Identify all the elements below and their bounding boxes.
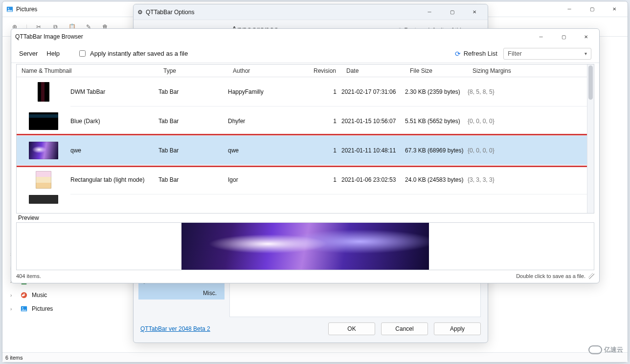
close-button[interactable]: ✕: [603, 1, 626, 17]
date-cell: 2021-01-11 10:48:11: [341, 147, 405, 154]
col-author[interactable]: Author: [228, 67, 306, 74]
revision-cell: 1: [306, 176, 341, 183]
minimize-button[interactable]: ─: [558, 1, 581, 17]
thumbnail-cell: [17, 112, 70, 130]
thumbnail-cell: [17, 171, 70, 189]
chevron-right-icon: ›: [10, 306, 12, 312]
table-row[interactable]: DWM TabBarTab BarHappyFamilly12021-02-17…: [17, 77, 594, 107]
table-row[interactable]: qweTab Barqwe12021-01-11 10:48:1167.3 KB…: [17, 136, 594, 165]
menu-server[interactable]: Server: [19, 50, 38, 57]
filter-dropdown[interactable]: Filter ▾: [503, 48, 591, 60]
svg-point-7: [22, 307, 23, 308]
preview-image: [181, 223, 429, 270]
pictures-icon: [20, 305, 28, 313]
explorer-title-text: Pictures: [16, 6, 37, 13]
options-titlebar: ⚙ QTTabBar Options ─ ▢ ✕: [134, 4, 488, 20]
type-cell: Tab Bar: [158, 118, 228, 125]
thumbnail-image: [36, 171, 51, 189]
grid-header: Name & Thumbnail Type Author Revision Da…: [17, 64, 594, 77]
size-cell: 24.0 KB (24583 bytes): [405, 176, 468, 183]
col-revision[interactable]: Revision: [306, 67, 341, 74]
refresh-label: Refresh List: [464, 50, 497, 57]
col-margins[interactable]: Sizing Margins: [468, 67, 537, 74]
scrollbar[interactable]: [587, 64, 594, 213]
thumbnail-image: [29, 112, 58, 130]
refresh-list-button[interactable]: ⟳ Refresh List: [455, 50, 497, 58]
size-cell: 2.30 KB (2359 bytes): [405, 88, 468, 95]
version-link[interactable]: QTTabBar ver 2048 Beta 2: [140, 325, 210, 332]
chevron-down-icon: ▾: [585, 51, 587, 56]
table-row[interactable]: Rectangular tab (light mode)Tab BarIgor1…: [17, 165, 594, 194]
chevron-right-icon: ›: [10, 293, 12, 298]
maximize-button[interactable]: ▢: [441, 4, 463, 20]
filter-placeholder: Filter: [508, 50, 522, 57]
col-date[interactable]: Date: [341, 67, 405, 74]
maximize-button[interactable]: ▢: [552, 29, 575, 44]
music-icon: [20, 291, 28, 299]
watermark: 亿速云: [588, 345, 623, 354]
revision-cell: 1: [306, 118, 341, 125]
type-cell: Tab Bar: [158, 147, 228, 154]
item-count-label: 6 items: [5, 355, 22, 361]
image-browser-window: QTTabBar Image Browser ─ ▢ ✕ Server Help…: [11, 28, 600, 283]
maximize-button[interactable]: ▢: [581, 1, 603, 17]
minimize-button[interactable]: ─: [418, 4, 441, 20]
revision-cell: 1: [306, 147, 341, 154]
browser-title-text: QTTabBar Image Browser: [15, 33, 83, 40]
options-title-text: QTTabBar Options: [146, 9, 194, 16]
close-button[interactable]: ✕: [575, 29, 597, 44]
sidebar-item-label: Pictures: [32, 305, 53, 312]
cloud-icon: [588, 345, 602, 354]
table-row[interactable]: [17, 194, 594, 204]
type-cell: Tab Bar: [158, 176, 228, 183]
options-category-misc[interactable]: Misc.: [138, 287, 225, 300]
author-cell: qwe: [228, 147, 306, 154]
sidebar-item-pictures[interactable]: › Pictures: [2, 302, 91, 316]
col-size[interactable]: File Size: [405, 67, 468, 74]
sidebar-item-label: Music: [32, 292, 47, 299]
date-cell: 2021-01-15 10:56:07: [341, 118, 405, 125]
preview-pane: [16, 222, 594, 270]
apply-instantly-checkbox[interactable]: Apply instantly after saved as a file: [77, 49, 188, 58]
thumbnail-image: [29, 142, 58, 159]
apply-button[interactable]: Apply: [434, 322, 481, 335]
cancel-button[interactable]: Cancel: [381, 322, 428, 335]
sidebar-item-music[interactable]: › Music: [2, 288, 91, 302]
size-cell: 67.3 KB (68969 bytes): [405, 147, 468, 154]
items-grid: Name & Thumbnail Type Author Revision Da…: [16, 64, 594, 214]
thumbnail-image: [38, 82, 49, 102]
gear-icon: ⚙: [137, 9, 143, 16]
apply-instantly-label: Apply instantly after saved as a file: [90, 50, 188, 57]
scrollbar-thumb[interactable]: [588, 65, 593, 100]
thumbnail-cell: [17, 82, 70, 102]
name-cell: Rectangular tab (light mode): [70, 176, 158, 183]
size-cell: 5.51 KB (5652 bytes): [405, 118, 468, 125]
browser-statusbar: 404 items. Double click to save as a fil…: [16, 272, 594, 280]
browser-titlebar: QTTabBar Image Browser ─ ▢ ✕: [11, 29, 599, 44]
name-cell: DWM TabBar: [70, 88, 158, 95]
items-count-label: 404 items.: [16, 273, 41, 279]
margins-cell: {0, 0, 0, 0}: [468, 147, 537, 154]
menu-help[interactable]: Help: [46, 50, 60, 57]
date-cell: 2021-02-17 07:31:06: [341, 88, 405, 95]
close-button[interactable]: ✕: [463, 4, 486, 20]
author-cell: HappyFamilly: [228, 88, 306, 95]
svg-rect-4: [22, 283, 27, 284]
resize-grip[interactable]: [588, 273, 594, 279]
explorer-statusbar: 6 items: [2, 352, 628, 362]
table-row[interactable]: Blue (Dark)Tab BarDhyfer12021-01-15 10:5…: [17, 107, 594, 136]
date-cell: 2021-01-06 23:02:53: [341, 176, 405, 183]
name-cell: qwe: [70, 147, 158, 154]
browser-menubar: Server Help Apply instantly after saved …: [11, 44, 599, 63]
minimize-button[interactable]: ─: [530, 29, 552, 44]
apply-instantly-input[interactable]: [79, 50, 86, 57]
author-cell: Igor: [228, 176, 306, 183]
save-hint-label: Double click to save as a file.: [516, 273, 585, 279]
refresh-icon: ⟳: [455, 50, 461, 58]
preview-label: Preview: [16, 214, 594, 222]
revision-cell: 1: [306, 88, 341, 95]
col-name[interactable]: Name & Thumbnail: [17, 67, 158, 74]
pictures-icon: [6, 6, 13, 13]
ok-button[interactable]: OK: [328, 322, 375, 335]
col-type[interactable]: Type: [158, 67, 228, 74]
